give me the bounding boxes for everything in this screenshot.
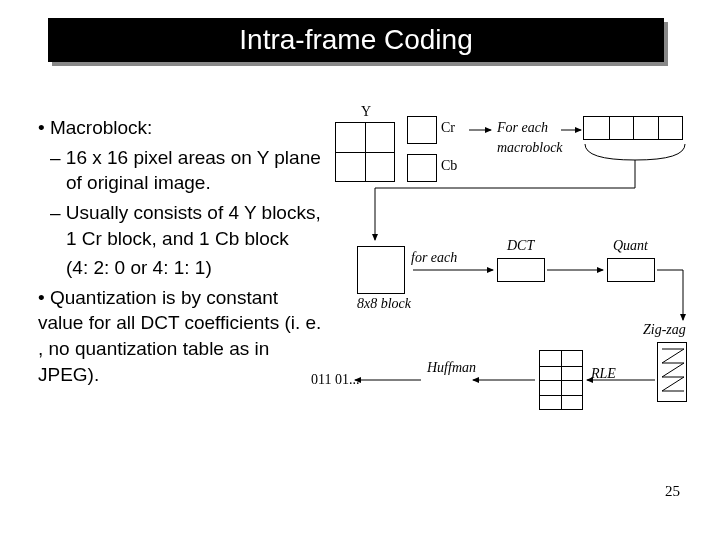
bullet-macroblock: Macroblock:: [38, 115, 328, 141]
quant-box: [607, 258, 655, 282]
eight-block: [357, 246, 405, 294]
rle-label: RLE: [591, 366, 616, 382]
zigzag-box: [657, 342, 687, 402]
for-each-block-1: for each: [411, 250, 457, 266]
dct-box: [497, 258, 545, 282]
for-each-block-2: 8x8 block: [357, 296, 411, 312]
bullet-macroblock-sub2: Usually consists of 4 Y blocks, 1 Cr blo…: [38, 200, 328, 251]
huffman-label: Huffman: [427, 360, 476, 376]
rle-box: [539, 350, 583, 410]
flow-diagram: Y Cr Cb For each macroblock: [335, 110, 695, 460]
slide-title: Intra-frame Coding: [239, 24, 472, 56]
zigzag-label: Zig-zag: [643, 322, 686, 338]
quant-label: Quant: [613, 238, 648, 254]
slide-title-box: Intra-frame Coding: [48, 18, 664, 62]
bullet-quantization: Quantization is by constant value for al…: [38, 285, 328, 388]
bullet-macroblock-ratio: (4: 2: 0 or 4: 1: 1): [38, 255, 328, 281]
bitstream-label: 011 01...: [311, 372, 359, 388]
page-number: 25: [665, 483, 680, 500]
bullet-content: Macroblock: 16 x 16 pixel areas on Y pla…: [38, 115, 328, 391]
bullet-macroblock-sub1: 16 x 16 pixel areas on Y plane of origin…: [38, 145, 328, 196]
dct-label: DCT: [507, 238, 534, 254]
